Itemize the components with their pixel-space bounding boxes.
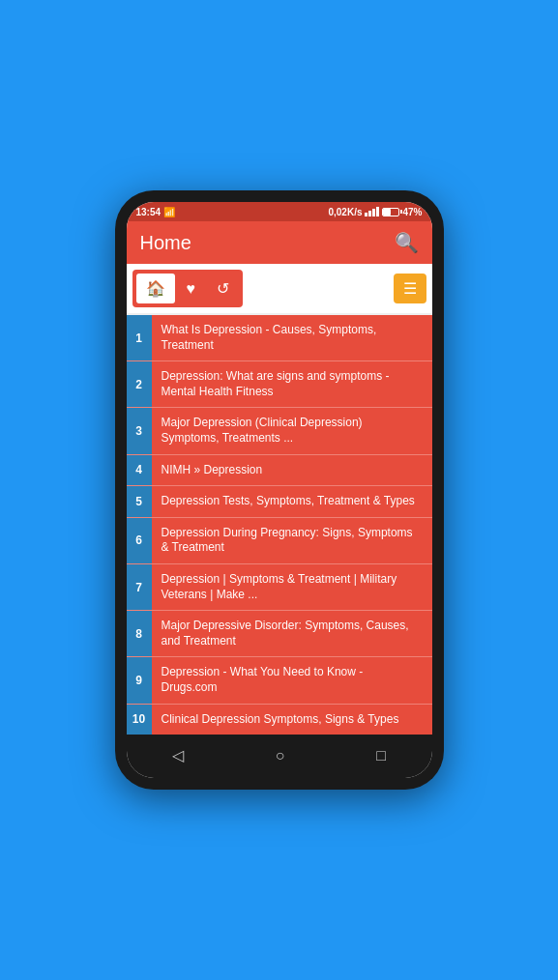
recent-button[interactable]: □ xyxy=(361,743,401,768)
signal-icon xyxy=(365,207,379,216)
item-number: 9 xyxy=(127,657,152,703)
phone-screen: 13:54 📶 0,02K/s 47% Home 🔍 xyxy=(127,202,432,778)
phone-device: 13:54 📶 0,02K/s 47% Home 🔍 xyxy=(115,190,444,790)
status-time: 13:54 xyxy=(136,207,162,217)
item-title: NIMH » Depression xyxy=(152,455,432,486)
search-button[interactable]: 🔍 xyxy=(395,231,419,254)
back-button[interactable]: ◁ xyxy=(157,742,199,768)
item-number: 8 xyxy=(127,611,152,656)
battery-icon xyxy=(382,208,399,216)
item-title: Major Depression (Clinical Depression) S… xyxy=(152,408,432,453)
tab-bar: 🏠 ♥ ↺ ☰ xyxy=(127,264,432,315)
results-list: 1What Is Depression - Causes, Symptoms, … xyxy=(127,315,432,735)
status-bar: 13:54 📶 0,02K/s 47% xyxy=(127,202,432,221)
list-item[interactable]: 1What Is Depression - Causes, Symptoms, … xyxy=(127,315,432,361)
tab-group: 🏠 ♥ ↺ xyxy=(132,270,244,307)
list-view-button[interactable]: ☰ xyxy=(394,274,426,303)
list-item[interactable]: 4NIMH » Depression xyxy=(127,455,432,487)
status-network: 0,02K/s xyxy=(328,207,362,217)
status-right: 0,02K/s 47% xyxy=(328,207,422,217)
list-item[interactable]: 7Depression | Symptoms & Treatment | Mil… xyxy=(127,564,432,611)
item-number: 5 xyxy=(127,486,152,517)
list-item[interactable]: 9Depression - What You Need to Know - Dr… xyxy=(127,657,432,704)
tab-home[interactable]: 🏠 xyxy=(136,274,175,303)
page-title: Home xyxy=(140,232,191,254)
list-item[interactable]: 2Depression: What are signs and symptoms… xyxy=(127,361,432,408)
item-title: Depression | Symptoms & Treatment | Mili… xyxy=(152,564,432,610)
list-item[interactable]: 5Depression Tests, Symptoms, Treatment &… xyxy=(127,486,432,518)
home-button[interactable]: ○ xyxy=(260,743,301,768)
item-title: Clinical Depression Symptoms, Signs & Ty… xyxy=(152,705,432,735)
item-title: What Is Depression - Causes, Symptoms, T… xyxy=(152,315,432,360)
item-number: 1 xyxy=(127,315,152,360)
item-title: Depression: What are signs and symptoms … xyxy=(152,361,432,407)
item-title: Depression Tests, Symptoms, Treatment & … xyxy=(152,486,432,517)
item-number: 3 xyxy=(127,408,152,453)
item-number: 10 xyxy=(127,705,152,735)
app-bar: Home 🔍 xyxy=(127,221,432,264)
item-number: 4 xyxy=(127,455,152,486)
battery-percent: 47% xyxy=(402,207,422,217)
list-item[interactable]: 10Clinical Depression Symptoms, Signs & … xyxy=(127,705,432,735)
bottom-navigation: ◁ ○ □ xyxy=(127,735,432,778)
list-item[interactable]: 8Major Depressive Disorder: Symptoms, Ca… xyxy=(127,611,432,657)
status-left: 13:54 📶 xyxy=(136,207,176,217)
tab-favorites[interactable]: ♥ xyxy=(177,274,206,303)
item-title: Major Depressive Disorder: Symptoms, Cau… xyxy=(152,611,432,656)
item-number: 6 xyxy=(127,518,152,563)
list-item[interactable]: 3Major Depression (Clinical Depression) … xyxy=(127,408,432,454)
item-title: Depression - What You Need to Know - Dru… xyxy=(152,657,432,703)
item-number: 2 xyxy=(127,361,152,407)
item-number: 7 xyxy=(127,564,152,610)
item-title: Depression During Pregnancy: Signs, Symp… xyxy=(152,518,432,563)
list-item[interactable]: 6Depression During Pregnancy: Signs, Sym… xyxy=(127,518,432,564)
tab-history[interactable]: ↺ xyxy=(207,274,239,303)
status-sim-icon: 📶 xyxy=(163,207,175,217)
